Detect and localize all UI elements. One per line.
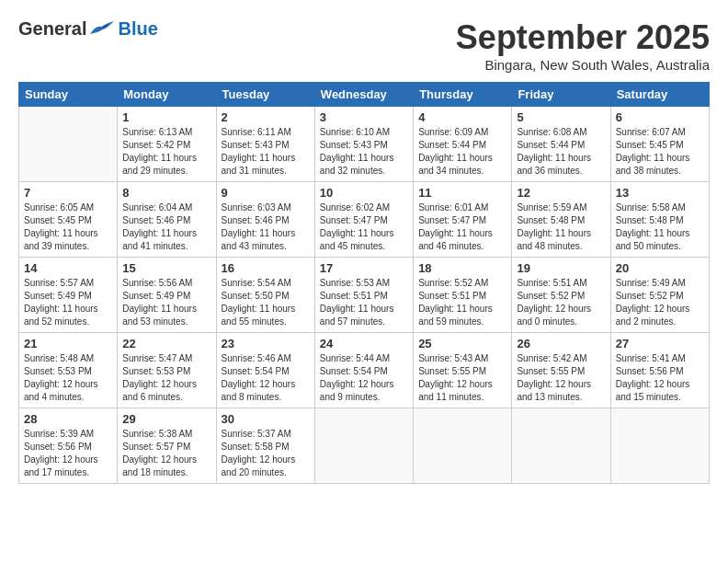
- day-info: Sunrise: 5:59 AMSunset: 5:48 PMDaylight:…: [517, 201, 605, 253]
- day-info: Sunrise: 6:04 AMSunset: 5:46 PMDaylight:…: [122, 201, 210, 253]
- day-info: Sunrise: 5:38 AMSunset: 5:57 PMDaylight:…: [122, 428, 210, 479]
- logo: General Blue: [18, 18, 158, 40]
- day-number: 19: [517, 261, 605, 275]
- calendar-cell: 26Sunrise: 5:42 AMSunset: 5:55 PMDayligh…: [512, 333, 610, 408]
- day-number: 14: [24, 261, 112, 275]
- calendar-header-saturday: Saturday: [610, 83, 709, 107]
- day-info: Sunrise: 5:54 AMSunset: 5:50 PMDaylight:…: [222, 277, 310, 328]
- title-block: September 2025 Bingara, New South Wales,…: [456, 18, 710, 73]
- week-row-5: 28Sunrise: 5:39 AMSunset: 5:56 PMDayligh…: [19, 408, 710, 484]
- calendar-header-row: SundayMondayTuesdayWednesdayThursdayFrid…: [19, 83, 710, 107]
- day-number: 28: [24, 412, 112, 426]
- day-number: 24: [320, 337, 408, 350]
- day-info: Sunrise: 5:52 AMSunset: 5:51 PMDaylight:…: [418, 277, 506, 328]
- day-number: 9: [222, 186, 310, 200]
- day-number: 8: [122, 186, 210, 200]
- calendar-cell: [610, 408, 709, 484]
- calendar-cell: 29Sunrise: 5:38 AMSunset: 5:57 PMDayligh…: [118, 408, 216, 484]
- calendar-cell: 22Sunrise: 5:47 AMSunset: 5:53 PMDayligh…: [118, 333, 216, 408]
- day-info: Sunrise: 5:44 AMSunset: 5:54 PMDaylight:…: [320, 352, 408, 404]
- day-info: Sunrise: 6:05 AMSunset: 5:45 PMDaylight:…: [24, 201, 112, 253]
- week-row-1: 1Sunrise: 6:13 AMSunset: 5:42 PMDaylight…: [19, 107, 710, 182]
- calendar-header-thursday: Thursday: [414, 83, 512, 107]
- day-number: 25: [418, 337, 506, 350]
- calendar-cell: 30Sunrise: 5:37 AMSunset: 5:58 PMDayligh…: [216, 408, 314, 484]
- day-number: 29: [122, 412, 210, 426]
- day-info: Sunrise: 5:39 AMSunset: 5:56 PMDaylight:…: [24, 428, 112, 479]
- week-row-2: 7Sunrise: 6:05 AMSunset: 5:45 PMDaylight…: [19, 182, 710, 258]
- calendar-cell: 6Sunrise: 6:07 AMSunset: 5:45 PMDaylight…: [610, 107, 709, 182]
- day-number: 5: [517, 110, 605, 124]
- day-number: 18: [418, 261, 506, 275]
- calendar-cell: 17Sunrise: 5:53 AMSunset: 5:51 PMDayligh…: [314, 258, 413, 333]
- day-info: Sunrise: 5:56 AMSunset: 5:49 PMDaylight:…: [122, 277, 210, 328]
- day-number: 7: [24, 186, 112, 200]
- day-info: Sunrise: 5:46 AMSunset: 5:54 PMDaylight:…: [222, 352, 310, 404]
- day-number: 13: [616, 186, 704, 200]
- calendar-header-wednesday: Wednesday: [314, 83, 413, 107]
- day-info: Sunrise: 6:11 AMSunset: 5:43 PMDaylight:…: [222, 126, 310, 178]
- calendar-cell: 20Sunrise: 5:49 AMSunset: 5:52 PMDayligh…: [610, 258, 709, 333]
- logo-bird-icon: [88, 17, 116, 38]
- logo-general-text: General: [18, 18, 86, 40]
- calendar-cell: 18Sunrise: 5:52 AMSunset: 5:51 PMDayligh…: [414, 258, 512, 333]
- calendar-cell: 19Sunrise: 5:51 AMSunset: 5:52 PMDayligh…: [512, 258, 610, 333]
- day-info: Sunrise: 6:02 AMSunset: 5:47 PMDaylight:…: [320, 201, 408, 253]
- week-row-3: 14Sunrise: 5:57 AMSunset: 5:49 PMDayligh…: [19, 258, 710, 333]
- calendar-cell: 3Sunrise: 6:10 AMSunset: 5:43 PMDaylight…: [314, 107, 413, 182]
- calendar-cell: 10Sunrise: 6:02 AMSunset: 5:47 PMDayligh…: [314, 182, 413, 258]
- day-number: 11: [418, 186, 506, 200]
- calendar-header-sunday: Sunday: [19, 83, 118, 107]
- day-number: 30: [222, 412, 310, 426]
- day-number: 12: [517, 186, 605, 200]
- day-info: Sunrise: 5:47 AMSunset: 5:53 PMDaylight:…: [122, 352, 210, 404]
- day-info: Sunrise: 5:37 AMSunset: 5:58 PMDaylight:…: [222, 428, 310, 479]
- month-title: September 2025: [456, 18, 710, 57]
- day-info: Sunrise: 5:41 AMSunset: 5:56 PMDaylight:…: [616, 352, 704, 404]
- day-info: Sunrise: 6:09 AMSunset: 5:44 PMDaylight:…: [418, 126, 506, 178]
- calendar-cell: [414, 408, 512, 484]
- day-number: 21: [24, 337, 112, 350]
- calendar-cell: 16Sunrise: 5:54 AMSunset: 5:50 PMDayligh…: [216, 258, 314, 333]
- day-number: 3: [320, 110, 408, 124]
- calendar-table: SundayMondayTuesdayWednesdayThursdayFrid…: [18, 82, 710, 484]
- day-info: Sunrise: 5:43 AMSunset: 5:55 PMDaylight:…: [418, 352, 506, 404]
- day-number: 22: [122, 337, 210, 350]
- day-number: 1: [122, 110, 210, 124]
- day-number: 6: [616, 110, 704, 124]
- day-info: Sunrise: 6:10 AMSunset: 5:43 PMDaylight:…: [320, 126, 408, 178]
- calendar-cell: [512, 408, 610, 484]
- calendar-cell: 28Sunrise: 5:39 AMSunset: 5:56 PMDayligh…: [19, 408, 118, 484]
- calendar-cell: 24Sunrise: 5:44 AMSunset: 5:54 PMDayligh…: [314, 333, 413, 408]
- calendar-cell: 25Sunrise: 5:43 AMSunset: 5:55 PMDayligh…: [414, 333, 512, 408]
- calendar-cell: [19, 107, 118, 182]
- day-info: Sunrise: 5:57 AMSunset: 5:49 PMDaylight:…: [24, 277, 112, 328]
- calendar-cell: 14Sunrise: 5:57 AMSunset: 5:49 PMDayligh…: [19, 258, 118, 333]
- day-info: Sunrise: 6:01 AMSunset: 5:47 PMDaylight:…: [418, 201, 506, 253]
- calendar-cell: 7Sunrise: 6:05 AMSunset: 5:45 PMDaylight…: [19, 182, 118, 258]
- calendar-cell: 8Sunrise: 6:04 AMSunset: 5:46 PMDaylight…: [118, 182, 216, 258]
- calendar-header-monday: Monday: [118, 83, 216, 107]
- day-info: Sunrise: 5:48 AMSunset: 5:53 PMDaylight:…: [24, 352, 112, 404]
- calendar-cell: 12Sunrise: 5:59 AMSunset: 5:48 PMDayligh…: [512, 182, 610, 258]
- calendar-header-friday: Friday: [512, 83, 610, 107]
- calendar-cell: 13Sunrise: 5:58 AMSunset: 5:48 PMDayligh…: [610, 182, 709, 258]
- calendar-cell: 5Sunrise: 6:08 AMSunset: 5:44 PMDaylight…: [512, 107, 610, 182]
- day-info: Sunrise: 6:03 AMSunset: 5:46 PMDaylight:…: [222, 201, 310, 253]
- day-number: 15: [122, 261, 210, 275]
- day-info: Sunrise: 5:49 AMSunset: 5:52 PMDaylight:…: [616, 277, 704, 328]
- day-info: Sunrise: 6:07 AMSunset: 5:45 PMDaylight:…: [616, 126, 704, 178]
- page-header: General Blue September 2025 Bingara, New…: [18, 18, 710, 73]
- location-text: Bingara, New South Wales, Australia: [456, 57, 710, 73]
- day-number: 20: [616, 261, 704, 275]
- calendar-cell: 21Sunrise: 5:48 AMSunset: 5:53 PMDayligh…: [19, 333, 118, 408]
- day-number: 27: [616, 337, 704, 350]
- day-info: Sunrise: 6:13 AMSunset: 5:42 PMDaylight:…: [122, 126, 210, 178]
- calendar-cell: 2Sunrise: 6:11 AMSunset: 5:43 PMDaylight…: [216, 107, 314, 182]
- day-number: 23: [222, 337, 310, 350]
- day-info: Sunrise: 5:51 AMSunset: 5:52 PMDaylight:…: [517, 277, 605, 328]
- day-number: 17: [320, 261, 408, 275]
- calendar-header-tuesday: Tuesday: [216, 83, 314, 107]
- calendar-cell: 27Sunrise: 5:41 AMSunset: 5:56 PMDayligh…: [610, 333, 709, 408]
- calendar-cell: 11Sunrise: 6:01 AMSunset: 5:47 PMDayligh…: [414, 182, 512, 258]
